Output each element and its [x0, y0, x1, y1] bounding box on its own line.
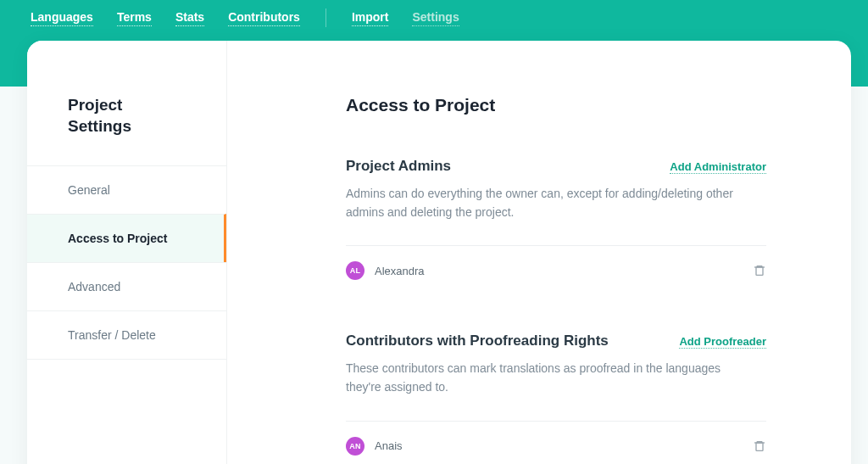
add-proofreader-link[interactable]: Add Proofreader: [679, 335, 766, 349]
nav-settings[interactable]: Settings: [412, 10, 459, 26]
nav-stats[interactable]: Stats: [175, 10, 204, 26]
svg-rect-0: [756, 267, 763, 275]
nav-divider: [326, 8, 326, 27]
avatar: AN: [346, 437, 364, 456]
proofreaders-heading: Contributors with Proofreading Rights: [346, 333, 609, 349]
add-administrator-link[interactable]: Add Administrator: [670, 160, 766, 174]
trash-icon[interactable]: [753, 439, 766, 454]
proofreader-user-name: Anais: [375, 439, 403, 452]
proofreader-user-row: AN Anais: [346, 421, 766, 464]
sidebar-item-advanced[interactable]: Advanced: [27, 262, 226, 310]
trash-icon[interactable]: [753, 263, 766, 278]
top-nav: Languages Terms Stats Contributors Impor…: [0, 0, 868, 41]
sidebar-title: Project Settings: [27, 41, 226, 165]
main-panel: Access to Project Project Admins Add Adm…: [227, 41, 851, 464]
nav-languages[interactable]: Languages: [31, 10, 93, 26]
svg-rect-1: [756, 443, 763, 450]
sidebar-item-general[interactable]: General: [27, 165, 226, 214]
page-title: Access to Project: [346, 95, 766, 115]
sidebar-title-line2: Settings: [68, 117, 131, 135]
avatar: AL: [346, 261, 364, 280]
nav-contributors[interactable]: Contributors: [228, 10, 300, 26]
proofreaders-section: Contributors with Proofreading Rights Ad…: [346, 333, 766, 464]
admins-description: Admins can do everything the owner can, …: [346, 185, 736, 221]
admins-section: Project Admins Add Administrator Admins …: [346, 158, 766, 295]
admin-user-row: AL Alexandra: [346, 245, 766, 295]
sidebar-item-access[interactable]: Access to Project: [27, 214, 226, 262]
proofreaders-description: These contributors can mark translations…: [346, 360, 736, 396]
sidebar-item-transfer[interactable]: Transfer / Delete: [27, 310, 226, 360]
sidebar-title-line1: Project: [68, 96, 122, 114]
nav-import[interactable]: Import: [352, 10, 389, 26]
nav-terms[interactable]: Terms: [117, 10, 152, 26]
admins-heading: Project Admins: [346, 158, 451, 175]
admin-user-name: Alexandra: [375, 265, 425, 277]
settings-card: Project Settings General Access to Proje…: [27, 41, 851, 464]
sidebar: Project Settings General Access to Proje…: [27, 41, 227, 464]
